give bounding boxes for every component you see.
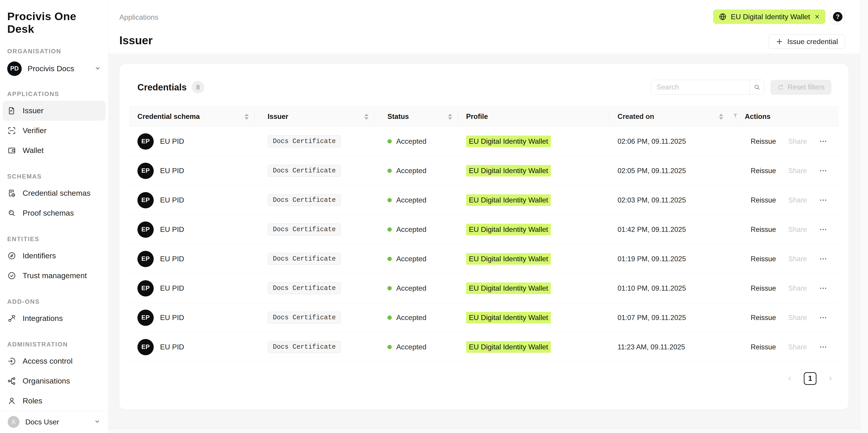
credentials-heading: Credentials bbox=[137, 82, 187, 92]
reissue-button[interactable]: Reissue bbox=[751, 255, 776, 263]
share-button[interactable]: Share bbox=[788, 196, 807, 204]
user-menu[interactable]: Docs User bbox=[0, 411, 108, 433]
table-row[interactable]: EPEU PID Docs Certificate Accepted EU Di… bbox=[129, 333, 839, 362]
credential-schema-icon bbox=[7, 189, 16, 198]
issue-credential-button[interactable]: Issue credential bbox=[769, 34, 845, 49]
sidebar-item-verifier[interactable]: Verifier bbox=[3, 121, 105, 141]
reissue-button[interactable]: Reissue bbox=[751, 167, 776, 175]
nav-add-ons: Integrations bbox=[0, 308, 108, 328]
table-row[interactable]: EPEU PID Docs Certificate Accepted EU Di… bbox=[129, 186, 839, 215]
nav-schemas: Credential schemas Proof schemas bbox=[0, 183, 108, 223]
issuer-tag: Docs Certificate bbox=[268, 341, 341, 353]
status-dot bbox=[388, 257, 392, 261]
page-number-button[interactable]: 1 bbox=[804, 372, 816, 385]
table-row[interactable]: EPEU PID Docs Certificate Accepted EU Di… bbox=[129, 274, 839, 303]
status-dot bbox=[388, 286, 392, 290]
reissue-button[interactable]: Reissue bbox=[751, 284, 776, 292]
issuer-tag: Docs Certificate bbox=[268, 282, 341, 294]
organisation-switcher[interactable]: PD Procivis Docs bbox=[3, 59, 105, 78]
sidebar-item-proof-schemas[interactable]: Proof schemas bbox=[3, 203, 105, 223]
reissue-button[interactable]: Reissue bbox=[751, 225, 776, 234]
column-header-created-on[interactable]: Created on bbox=[610, 107, 737, 127]
column-header-actions: Actions bbox=[737, 107, 839, 127]
credential-avatar: EP bbox=[137, 221, 154, 238]
column-header-credential-schema[interactable]: Credential schema bbox=[129, 107, 254, 127]
column-label: Actions bbox=[745, 113, 771, 121]
share-button[interactable]: Share bbox=[788, 167, 807, 175]
reissue-button[interactable]: Reissue bbox=[751, 314, 776, 322]
column-label: Credential schema bbox=[137, 113, 200, 121]
sidebar-item-label: Identifiers bbox=[23, 251, 56, 260]
section-label-applications: APPLICATIONS bbox=[7, 91, 101, 98]
help-button[interactable]: ? bbox=[831, 9, 845, 24]
reissue-button[interactable]: Reissue bbox=[751, 196, 776, 204]
search-input[interactable] bbox=[651, 80, 749, 94]
sidebar-item-roles[interactable]: Roles bbox=[3, 391, 105, 411]
created-on: 11:23 AM, 09.11.2025 bbox=[618, 343, 685, 351]
brand-logo: Procivis One Desk bbox=[0, 0, 108, 35]
sidebar-item-label: Verifier bbox=[23, 126, 46, 135]
more-actions-button[interactable] bbox=[819, 168, 827, 174]
table-row[interactable]: EPEU PID Docs Certificate Accepted EU Di… bbox=[129, 156, 839, 186]
column-header-status[interactable]: Status bbox=[374, 107, 458, 127]
column-header-profile[interactable]: Profile bbox=[458, 107, 610, 127]
breadcrumb[interactable]: Applications bbox=[119, 13, 158, 22]
chevron-left-icon[interactable] bbox=[786, 375, 794, 382]
sidebar-item-trust-management[interactable]: Trust management bbox=[3, 266, 105, 286]
share-button[interactable]: Share bbox=[788, 314, 807, 322]
sidebar-item-identifiers[interactable]: Identifiers bbox=[3, 246, 105, 266]
sidebar-item-access-control[interactable]: Access control bbox=[3, 351, 105, 371]
reset-filters-button[interactable]: Reset filters bbox=[770, 80, 831, 95]
status-dot bbox=[388, 168, 392, 173]
sort-icon[interactable] bbox=[364, 114, 368, 120]
credential-avatar: EP bbox=[137, 280, 154, 297]
sidebar-item-issuer[interactable]: Issuer bbox=[3, 101, 105, 121]
close-icon[interactable] bbox=[814, 14, 820, 20]
share-button[interactable]: Share bbox=[788, 343, 807, 351]
table-row[interactable]: EPEU PID Docs Certificate Accepted EU Di… bbox=[129, 303, 839, 333]
sort-icon[interactable] bbox=[245, 114, 249, 120]
share-button[interactable]: Share bbox=[788, 255, 807, 263]
column-label: Created on bbox=[618, 113, 654, 121]
sidebar-item-wallet[interactable]: Wallet bbox=[3, 141, 105, 160]
reissue-button[interactable]: Reissue bbox=[751, 343, 776, 351]
table-row[interactable]: EPEU PID Docs Certificate Accepted EU Di… bbox=[129, 127, 839, 156]
more-actions-button[interactable] bbox=[819, 197, 827, 203]
sidebar-item-label: Wallet bbox=[23, 146, 43, 155]
sidebar-item-integrations[interactable]: Integrations bbox=[3, 308, 105, 328]
status-text: Accepted bbox=[396, 255, 426, 263]
status-text: Accepted bbox=[396, 137, 426, 146]
sidebar-item-credential-schemas[interactable]: Credential schemas bbox=[3, 183, 105, 203]
reissue-button[interactable]: Reissue bbox=[751, 137, 776, 146]
share-button[interactable]: Share bbox=[788, 137, 807, 146]
more-actions-button[interactable] bbox=[819, 256, 827, 262]
column-header-issuer[interactable]: Issuer bbox=[254, 107, 374, 127]
scrollbar-gutter[interactable] bbox=[860, 0, 868, 433]
more-actions-button[interactable] bbox=[819, 138, 827, 144]
nav-entities: Identifiers Trust management bbox=[0, 246, 108, 286]
profile-badge: EU Digital Identity Wallet bbox=[466, 312, 551, 323]
caret-up-icon bbox=[719, 114, 723, 116]
more-actions-button[interactable] bbox=[819, 315, 827, 320]
column-label: Status bbox=[388, 113, 409, 121]
magnifier-icon bbox=[7, 209, 16, 218]
chevron-right-icon[interactable] bbox=[827, 375, 834, 382]
status-dot bbox=[388, 139, 392, 144]
more-actions-button[interactable] bbox=[819, 227, 827, 232]
table-row[interactable]: EPEU PID Docs Certificate Accepted EU Di… bbox=[129, 244, 839, 274]
sort-icon[interactable] bbox=[719, 114, 723, 120]
table-row[interactable]: EPEU PID Docs Certificate Accepted EU Di… bbox=[129, 215, 839, 244]
sort-icon[interactable] bbox=[448, 114, 452, 120]
profile-filter-chip[interactable]: EU Digital Identity Wallet bbox=[713, 9, 826, 24]
profile-badge: EU Digital Identity Wallet bbox=[466, 135, 551, 147]
nav-applications: Issuer Verifier Wallet bbox=[0, 101, 108, 160]
more-actions-button[interactable] bbox=[819, 344, 827, 350]
sidebar-item-organisations[interactable]: Organisations bbox=[3, 371, 105, 391]
search-icon[interactable] bbox=[749, 80, 764, 94]
section-label-entities: ENTITIES bbox=[7, 236, 101, 243]
more-actions-button[interactable] bbox=[819, 285, 827, 291]
created-on: 01:42 PM, 09.11.2025 bbox=[618, 225, 686, 234]
issuer-tag: Docs Certificate bbox=[268, 194, 341, 206]
share-button[interactable]: Share bbox=[788, 284, 807, 292]
share-button[interactable]: Share bbox=[788, 225, 807, 234]
